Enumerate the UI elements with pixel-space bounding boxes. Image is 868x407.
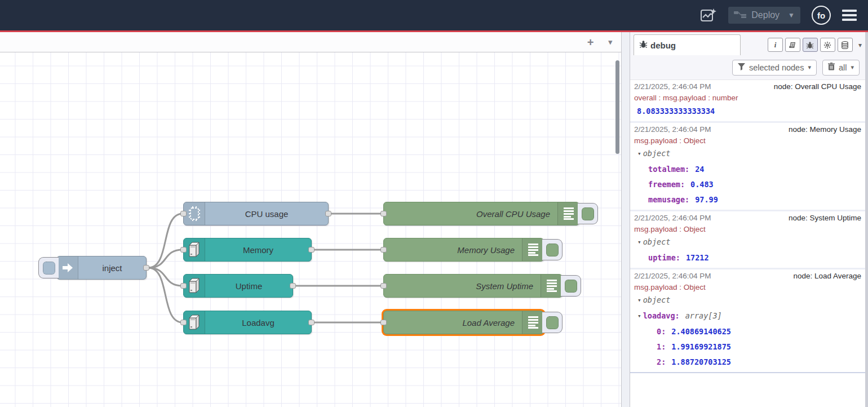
object-property: uptime17212 (634, 250, 861, 266)
node-inject[interactable]: inject (56, 256, 147, 280)
node-label: Memory (205, 238, 311, 261)
context-data-tab-button[interactable] (838, 38, 853, 52)
clear-messages-button[interactable]: all ▾ (822, 60, 860, 76)
output-port[interactable] (308, 320, 315, 325)
tab-debug-label: debug (650, 41, 676, 50)
message-timestamp: 2/21/2025, 2:46:04 PM (634, 81, 711, 92)
add-flow-button[interactable]: + (587, 37, 594, 48)
tab-debug[interactable]: debug (634, 34, 741, 55)
debug-message[interactable]: 2/21/2025, 2:46:04 PM node: Memory Usage… (630, 123, 865, 211)
flow-list-button[interactable]: ▾ (608, 38, 612, 46)
message-source-node: node: Load Average (793, 271, 861, 282)
message-property-path: msg.payload : Object (634, 224, 861, 235)
tree-caret-icon: ▾ (637, 293, 641, 308)
funnel-icon (738, 63, 745, 72)
deploy-button[interactable]: Deploy ▼ (728, 7, 800, 24)
trash-icon (828, 63, 835, 72)
object-expander[interactable]: ▾object (634, 293, 861, 308)
output-port[interactable] (290, 283, 296, 289)
debug-console-icon (557, 202, 579, 225)
node-uptime[interactable]: Uptime (183, 274, 293, 298)
flow-preview-icon[interactable] (700, 7, 717, 23)
node-label: Overall CPU Usage (384, 202, 557, 225)
deploy-icon (734, 10, 746, 20)
message-source-node: node: System Uptime (789, 213, 861, 224)
bug-icon (639, 40, 648, 50)
panel-resize-handle[interactable] (622, 32, 630, 407)
inject-icon (57, 256, 78, 279)
message-property-path: overall : msg.payload : number (634, 92, 861, 103)
inject-button[interactable] (38, 257, 59, 278)
wires (0, 52, 621, 407)
main-menu-icon[interactable] (842, 10, 857, 21)
input-port[interactable] (180, 211, 187, 216)
flow-canvas[interactable]: inject CPU usage (0, 52, 621, 407)
node-label: CPU usage (205, 202, 328, 225)
array-item: 11.99169921875 (634, 339, 861, 355)
message-property-path: msg.payload : Object (634, 282, 861, 293)
input-port[interactable] (380, 247, 387, 253)
debug-console-icon (522, 311, 543, 334)
node-cpu-usage[interactable]: CPU usage (183, 202, 329, 225)
tree-caret-icon: ▾ (637, 308, 641, 324)
output-port[interactable] (325, 211, 331, 216)
debug-message[interactable]: 2/21/2025, 2:46:04 PM node: System Uptim… (630, 211, 865, 269)
message-timestamp: 2/21/2025, 2:46:04 PM (634, 124, 711, 135)
array-expander[interactable]: ▾loadavgarray[3] (634, 308, 861, 324)
config-nodes-tab-button[interactable] (820, 38, 835, 52)
user-avatar[interactable]: fo (812, 6, 831, 25)
debug-console-icon (541, 275, 562, 297)
info-tab-button[interactable]: i (768, 38, 783, 52)
debug-toggle-button[interactable] (561, 275, 581, 297)
object-property: totalmem24 (634, 162, 861, 177)
output-port[interactable] (308, 247, 315, 253)
object-property: freemem0.483 (634, 177, 861, 192)
filter-nodes-button[interactable]: selected nodes ▾ (732, 60, 817, 76)
cpu-chip-icon (184, 202, 205, 225)
debug-tab-button[interactable] (803, 38, 818, 52)
node-debug-memory-usage[interactable]: Memory Usage (383, 238, 544, 262)
node-label: inject (78, 256, 146, 279)
node-label: Uptime (205, 275, 293, 297)
node-debug-system-uptime[interactable]: System Uptime (383, 274, 563, 298)
node-loadavg[interactable]: Loadavg (183, 311, 312, 334)
node-label: Loadavg (205, 311, 311, 334)
input-port[interactable] (180, 283, 187, 289)
node-debug-overall-cpu[interactable]: Overall CPU Usage (383, 202, 579, 225)
input-port[interactable] (380, 320, 387, 325)
node-debug-load-average[interactable]: Load Average (383, 311, 544, 334)
sidebar-tab-bar: debug i ▾ (630, 32, 865, 55)
node-label: System Uptime (384, 275, 541, 297)
debug-toggle-button[interactable] (542, 239, 563, 260)
deploy-label: Deploy (751, 10, 780, 20)
input-port[interactable] (380, 283, 387, 289)
input-port[interactable] (380, 211, 387, 216)
debug-message-list[interactable]: 2/21/2025, 2:46:04 PM node: Overall CPU … (630, 80, 865, 407)
array-item: 02.40869140625 (634, 324, 861, 339)
debug-console-icon (522, 238, 543, 261)
flow-workspace: + ▾ inject (0, 32, 622, 407)
debug-filter-bar: selected nodes ▾ all ▾ (630, 55, 865, 80)
deploy-options-caret-icon[interactable]: ▼ (788, 11, 795, 19)
message-value: 8.083333333333334 (634, 103, 861, 119)
debug-message[interactable]: 2/21/2025, 2:46:04 PM node: Load Average… (630, 269, 865, 373)
object-expander[interactable]: ▾object (634, 146, 861, 162)
input-port[interactable] (180, 320, 187, 325)
server-icon (184, 238, 205, 261)
object-property: memusage97.99 (634, 192, 861, 207)
message-timestamp: 2/21/2025, 2:46:04 PM (634, 213, 711, 224)
server-icon (184, 275, 205, 297)
object-expander[interactable]: ▾object (634, 235, 861, 250)
message-source-node: node: Memory Usage (789, 124, 861, 135)
node-memory[interactable]: Memory (183, 238, 312, 262)
array-item: 21.88720703125 (634, 355, 861, 370)
debug-message[interactable]: 2/21/2025, 2:46:04 PM node: Overall CPU … (630, 80, 865, 123)
output-port[interactable] (143, 265, 149, 271)
input-port[interactable] (180, 247, 187, 253)
debug-toggle-button[interactable] (578, 203, 598, 224)
help-tab-button[interactable] (785, 38, 800, 52)
sidebar-options-caret-icon[interactable]: ▾ (858, 41, 862, 49)
debug-toggle-button[interactable] (542, 312, 563, 333)
chevron-down-icon: ▾ (808, 64, 811, 71)
tree-caret-icon: ▾ (637, 235, 641, 250)
